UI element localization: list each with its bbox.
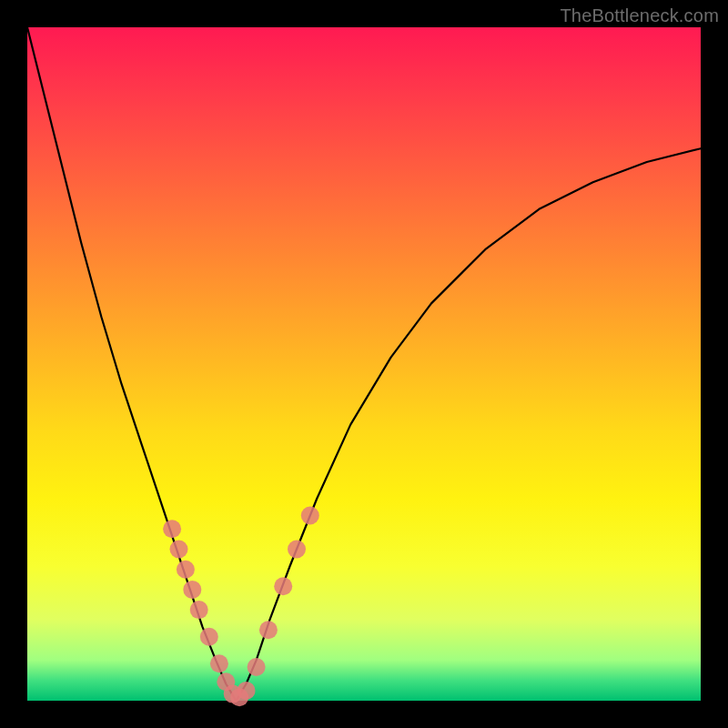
watermark-text: TheBottleneck.com — [560, 5, 719, 26]
bottleneck-curve — [27, 27, 701, 701]
marker-point — [274, 577, 292, 595]
marker-point — [200, 628, 218, 646]
marker-point — [190, 601, 208, 619]
marker-point — [301, 507, 319, 525]
chart-frame: TheBottleneck.com — [0, 0, 728, 728]
marker-point — [183, 581, 201, 599]
highlighted-points — [163, 507, 319, 707]
chart-overlay — [27, 27, 701, 701]
marker-point — [288, 541, 306, 559]
marker-point — [248, 658, 266, 676]
marker-point — [163, 520, 181, 538]
marker-point — [170, 541, 188, 559]
marker-point — [210, 654, 228, 672]
marker-point — [259, 621, 278, 639]
marker-point — [238, 682, 256, 700]
marker-point — [177, 561, 195, 579]
